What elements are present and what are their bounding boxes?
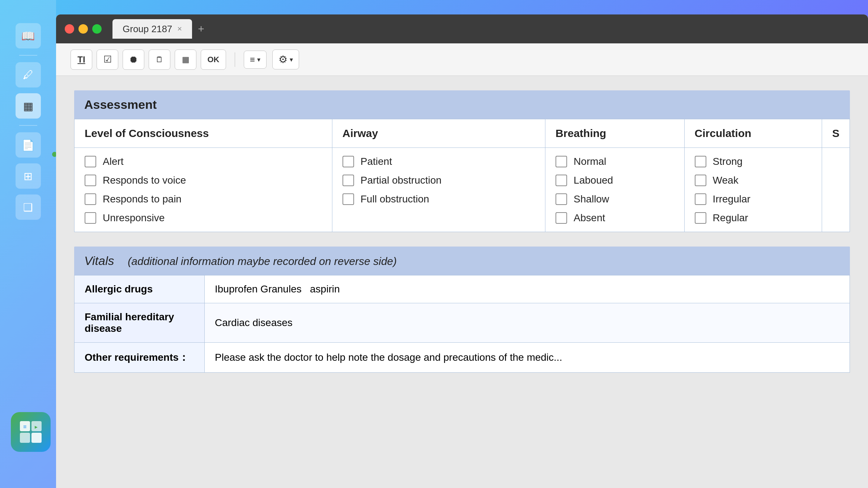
responds-voice-item: Responds to voice	[85, 171, 322, 190]
laboued-item: Laboued	[556, 171, 674, 190]
irregular-checkbox[interactable]	[695, 193, 706, 205]
laboued-checkbox[interactable]	[556, 175, 567, 186]
align-icon: ≡	[250, 55, 255, 65]
text-tool-icon: TI	[77, 55, 85, 65]
active-tab[interactable]: Group 2187 ×	[112, 19, 192, 39]
consciousness-col: Alert Responds to voice Responds to pain	[75, 148, 332, 232]
tab-title: Group 2187	[123, 23, 172, 35]
hereditary-value[interactable]: Cardiac diseases	[205, 303, 850, 343]
patient-checkbox[interactable]	[342, 156, 354, 167]
close-button[interactable]	[65, 24, 74, 34]
minimize-button[interactable]	[78, 24, 88, 34]
new-tab-button[interactable]: +	[198, 23, 204, 35]
ok-tool-button[interactable]: OK	[201, 50, 226, 70]
extra-col	[822, 148, 850, 232]
grid-tool-button[interactable]: ▦	[175, 50, 196, 70]
responds-pain-checkbox[interactable]	[85, 193, 96, 205]
regular-label: Regular	[713, 212, 748, 224]
assessment-header: Assessment	[74, 90, 850, 119]
table-row: Alert Responds to voice Responds to pain	[75, 148, 850, 232]
full-obs-label: Full obstruction	[361, 193, 429, 205]
sidebar-icon-grid[interactable]: ▦	[16, 93, 41, 119]
partial-obs-label: Partial obstruction	[361, 175, 442, 186]
allergic-label: Allergic drugs	[75, 275, 205, 303]
shallow-label: Shallow	[574, 193, 609, 205]
grid-tool-icon: ▦	[182, 55, 190, 64]
weak-checkbox[interactable]	[695, 175, 706, 186]
main-content: Assessment Level of Consciousness Airway…	[56, 76, 868, 488]
sidebar-icon-doc[interactable]: 📄	[16, 132, 41, 158]
patient-label: Patient	[361, 156, 392, 167]
alert-item: Alert	[85, 152, 322, 171]
main-window: Group 2187 × + TI ☑ ⏺ 🗒 ▦ OK	[56, 14, 868, 488]
unresponsive-item: Unresponsive	[85, 209, 322, 227]
vitals-table: Allergic drugs Ibuprofen Granules aspiri…	[74, 275, 850, 373]
alert-checkbox[interactable]	[85, 156, 96, 167]
svg-rect-2	[20, 433, 30, 443]
normal-label: Normal	[574, 156, 606, 167]
responds-pain-label: Responds to pain	[103, 193, 182, 205]
ok-tool-icon: OK	[208, 55, 220, 64]
allergic-value[interactable]: Ibuprofen Granules aspirin	[205, 275, 850, 303]
vitals-row-hereditary: Familial hereditary disease Cardiac dise…	[75, 303, 850, 343]
record-tool-icon: ⏺	[129, 54, 138, 65]
partial-obs-item: Partial obstruction	[342, 171, 535, 190]
breathing-col: Normal Laboued Shallow	[545, 148, 685, 232]
circulation-col: Strong Weak Irregular	[684, 148, 822, 232]
shallow-item: Shallow	[556, 190, 674, 209]
vitals-header: Vitals (additional information maybe rec…	[74, 247, 850, 275]
weak-item: Weak	[695, 171, 812, 190]
unresponsive-label: Unresponsive	[103, 212, 165, 224]
toolbar: TI ☑ ⏺ 🗒 ▦ OK ≡ ▾ ⚙ ▾	[56, 43, 868, 76]
tab-close-button[interactable]: ×	[177, 24, 182, 34]
partial-obs-checkbox[interactable]	[342, 175, 354, 186]
titlebar: Group 2187 × +	[56, 14, 868, 43]
sidebar-icon-book[interactable]: 📖	[16, 23, 41, 48]
sidebar-divider-1	[19, 55, 37, 56]
vitals-row-allergic: Allergic drugs Ibuprofen Granules aspiri…	[75, 275, 850, 303]
normal-checkbox[interactable]	[556, 156, 567, 167]
svg-rect-3	[31, 433, 42, 443]
checkbox-tool-button[interactable]: ☑	[97, 50, 118, 70]
strong-checkbox[interactable]	[695, 156, 706, 167]
unresponsive-checkbox[interactable]	[85, 212, 96, 224]
col-header-breathing: Breathing	[545, 119, 685, 148]
app-icon-svg: ≡ ▸	[18, 419, 43, 445]
regular-item: Regular	[695, 209, 812, 227]
record-tool-button[interactable]: ⏺	[123, 50, 144, 70]
sidebar-icon-layout[interactable]: ⊞	[16, 163, 41, 189]
svg-text:≡: ≡	[23, 424, 26, 430]
responds-voice-checkbox[interactable]	[85, 175, 96, 186]
maximize-button[interactable]	[92, 24, 102, 34]
svg-text:▸: ▸	[35, 424, 38, 430]
alert-label: Alert	[103, 156, 124, 167]
sidebar-icon-marker[interactable]: 🖊	[16, 62, 41, 87]
text-tool-button[interactable]: TI	[71, 50, 92, 70]
laboued-label: Laboued	[574, 175, 613, 186]
weak-label: Weak	[713, 175, 739, 186]
toolbar-group-main: TI ☑ ⏺ 🗒 ▦ OK	[71, 50, 226, 70]
settings-icon: ⚙	[278, 53, 288, 65]
list-tool-icon: 🗒	[156, 55, 163, 64]
other-label: Other requirements：	[75, 343, 205, 373]
regular-checkbox[interactable]	[695, 212, 706, 224]
shallow-checkbox[interactable]	[556, 193, 567, 205]
airway-col: Patient Partial obstruction Full obstruc…	[332, 148, 545, 232]
normal-item: Normal	[556, 152, 674, 171]
responds-pain-item: Responds to pain	[85, 190, 322, 209]
settings-dropdown[interactable]: ⚙ ▾	[272, 50, 299, 69]
other-value[interactable]: Please ask the doctor to help note the d…	[205, 343, 850, 373]
app-icon[interactable]: ≡ ▸	[11, 412, 51, 452]
tab-bar: Group 2187 × +	[112, 19, 204, 39]
list-tool-button[interactable]: 🗒	[149, 50, 170, 70]
absent-checkbox[interactable]	[556, 212, 567, 224]
checkbox-tool-icon: ☑	[103, 54, 112, 65]
strong-label: Strong	[713, 156, 743, 167]
col-header-airway: Airway	[332, 119, 545, 148]
irregular-item: Irregular	[695, 190, 812, 209]
align-dropdown[interactable]: ≡ ▾	[244, 51, 267, 69]
patient-item: Patient	[342, 152, 535, 171]
full-obs-checkbox[interactable]	[342, 193, 354, 205]
sidebar-icon-layers[interactable]: ❑	[16, 194, 41, 220]
col-header-extra: S	[822, 119, 850, 148]
